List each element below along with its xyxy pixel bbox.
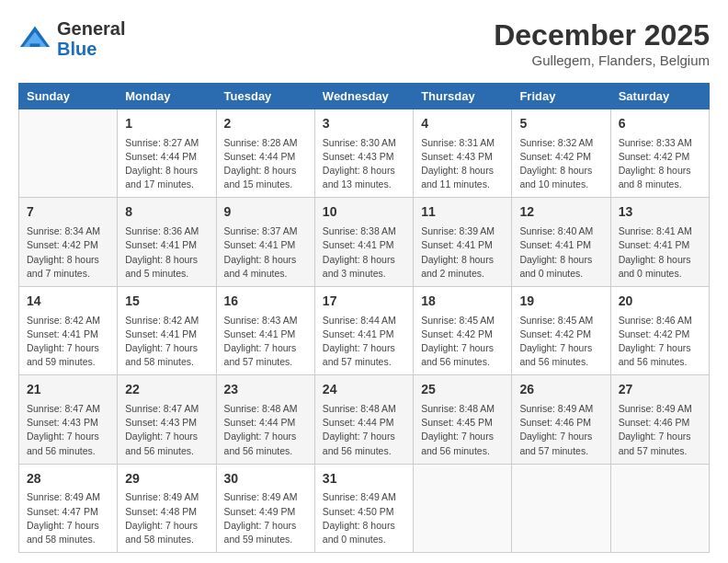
day-of-week-header: Sunday [19, 84, 118, 109]
day-number: 1 [125, 115, 208, 133]
day-info: Sunrise: 8:40 AMSunset: 4:41 PMDaylight:… [519, 224, 602, 281]
day-info: Sunrise: 8:33 AMSunset: 4:42 PMDaylight:… [619, 136, 701, 192]
day-info: Sunrise: 8:43 AMSunset: 4:41 PMDaylight:… [224, 314, 307, 370]
calendar-week-row: 14Sunrise: 8:42 AMSunset: 4:41 PMDayligh… [19, 286, 710, 374]
calendar-day-cell: 16Sunrise: 8:43 AMSunset: 4:41 PMDayligh… [216, 286, 314, 374]
day-info: Sunrise: 8:49 AMSunset: 4:49 PMDaylight:… [224, 490, 307, 546]
logo-icon [18, 22, 51, 55]
day-number: 22 [125, 381, 208, 399]
day-info: Sunrise: 8:49 AMSunset: 4:50 PMDaylight:… [323, 490, 405, 546]
calendar-table: SundayMondayTuesdayWednesdayThursdayFrid… [18, 83, 710, 553]
day-info: Sunrise: 8:46 AMSunset: 4:42 PMDaylight:… [619, 314, 701, 370]
day-info: Sunrise: 8:39 AMSunset: 4:41 PMDaylight:… [421, 224, 504, 281]
calendar-day-cell [610, 464, 709, 552]
day-number: 19 [519, 293, 602, 311]
day-number: 20 [619, 293, 701, 311]
day-number: 6 [619, 115, 701, 133]
day-info: Sunrise: 8:45 AMSunset: 4:42 PMDaylight:… [519, 314, 602, 370]
day-number: 2 [224, 115, 307, 133]
calendar-day-cell: 1Sunrise: 8:27 AMSunset: 4:44 PMDaylight… [118, 109, 216, 198]
day-number: 8 [125, 203, 208, 222]
location: Gullegem, Flanders, Belgium [494, 52, 710, 68]
calendar-day-cell: 3Sunrise: 8:30 AMSunset: 4:43 PMDaylight… [314, 109, 413, 198]
day-info: Sunrise: 8:48 AMSunset: 4:44 PMDaylight:… [323, 402, 405, 458]
day-info: Sunrise: 8:42 AMSunset: 4:41 PMDaylight:… [125, 314, 208, 370]
calendar-day-cell: 23Sunrise: 8:48 AMSunset: 4:44 PMDayligh… [216, 375, 314, 464]
calendar-week-row: 28Sunrise: 8:49 AMSunset: 4:47 PMDayligh… [19, 464, 710, 552]
calendar-day-cell: 25Sunrise: 8:48 AMSunset: 4:45 PMDayligh… [414, 375, 512, 464]
day-of-week-header: Monday [118, 84, 216, 109]
calendar-day-cell [19, 109, 118, 198]
calendar-week-row: 21Sunrise: 8:47 AMSunset: 4:43 PMDayligh… [19, 375, 710, 464]
calendar-day-cell: 21Sunrise: 8:47 AMSunset: 4:43 PMDayligh… [19, 375, 118, 464]
day-info: Sunrise: 8:37 AMSunset: 4:41 PMDaylight:… [224, 224, 307, 281]
calendar-body: 1Sunrise: 8:27 AMSunset: 4:44 PMDaylight… [19, 109, 710, 553]
day-info: Sunrise: 8:41 AMSunset: 4:41 PMDaylight:… [619, 224, 701, 281]
day-info: Sunrise: 8:36 AMSunset: 4:41 PMDaylight:… [125, 224, 208, 281]
day-info: Sunrise: 8:38 AMSunset: 4:41 PMDaylight:… [323, 224, 405, 281]
day-number: 18 [421, 293, 504, 311]
calendar-header: SundayMondayTuesdayWednesdayThursdayFrid… [19, 84, 710, 109]
day-info: Sunrise: 8:27 AMSunset: 4:44 PMDaylight:… [125, 136, 208, 192]
day-number: 31 [323, 470, 405, 488]
day-number: 12 [519, 203, 602, 222]
logo-general: General [57, 18, 125, 39]
day-info: Sunrise: 8:44 AMSunset: 4:41 PMDaylight:… [323, 314, 405, 370]
calendar-day-cell: 12Sunrise: 8:40 AMSunset: 4:41 PMDayligh… [512, 198, 610, 286]
calendar-day-cell: 15Sunrise: 8:42 AMSunset: 4:41 PMDayligh… [118, 286, 216, 374]
day-of-week-header: Tuesday [216, 84, 314, 109]
day-info: Sunrise: 8:49 AMSunset: 4:46 PMDaylight:… [519, 402, 602, 458]
day-number: 29 [125, 470, 208, 488]
day-info: Sunrise: 8:47 AMSunset: 4:43 PMDaylight:… [27, 402, 109, 458]
day-info: Sunrise: 8:45 AMSunset: 4:42 PMDaylight:… [421, 314, 504, 370]
calendar-day-cell: 11Sunrise: 8:39 AMSunset: 4:41 PMDayligh… [414, 198, 512, 286]
calendar-day-cell: 13Sunrise: 8:41 AMSunset: 4:41 PMDayligh… [610, 198, 709, 286]
svg-rect-2 [30, 43, 40, 47]
calendar-day-cell: 18Sunrise: 8:45 AMSunset: 4:42 PMDayligh… [414, 286, 512, 374]
day-info: Sunrise: 8:30 AMSunset: 4:43 PMDaylight:… [323, 136, 405, 192]
day-number: 26 [519, 381, 602, 399]
day-number: 13 [619, 203, 701, 222]
calendar-day-cell: 26Sunrise: 8:49 AMSunset: 4:46 PMDayligh… [512, 375, 610, 464]
day-number: 24 [323, 381, 405, 399]
calendar-day-cell: 4Sunrise: 8:31 AMSunset: 4:43 PMDaylight… [414, 109, 512, 198]
calendar-day-cell: 10Sunrise: 8:38 AMSunset: 4:41 PMDayligh… [314, 198, 413, 286]
day-number: 23 [224, 381, 307, 399]
day-of-week-header: Thursday [414, 84, 512, 109]
day-number: 11 [421, 203, 504, 222]
day-number: 9 [224, 203, 307, 222]
day-number: 3 [323, 115, 405, 133]
day-info: Sunrise: 8:31 AMSunset: 4:43 PMDaylight:… [421, 136, 504, 192]
calendar-day-cell: 27Sunrise: 8:49 AMSunset: 4:46 PMDayligh… [610, 375, 709, 464]
day-info: Sunrise: 8:47 AMSunset: 4:43 PMDaylight:… [125, 402, 208, 458]
day-of-week-header: Saturday [610, 84, 709, 109]
calendar-day-cell: 20Sunrise: 8:46 AMSunset: 4:42 PMDayligh… [610, 286, 709, 374]
calendar-day-cell: 24Sunrise: 8:48 AMSunset: 4:44 PMDayligh… [314, 375, 413, 464]
header-row: SundayMondayTuesdayWednesdayThursdayFrid… [19, 84, 710, 109]
calendar-day-cell: 7Sunrise: 8:34 AMSunset: 4:42 PMDaylight… [19, 198, 118, 286]
day-info: Sunrise: 8:28 AMSunset: 4:44 PMDaylight:… [224, 136, 307, 192]
day-number: 27 [619, 381, 701, 399]
day-of-week-header: Wednesday [314, 84, 413, 109]
day-number: 14 [27, 293, 109, 311]
day-number: 25 [421, 381, 504, 399]
calendar-day-cell: 9Sunrise: 8:37 AMSunset: 4:41 PMDaylight… [216, 198, 314, 286]
day-info: Sunrise: 8:42 AMSunset: 4:41 PMDaylight:… [27, 314, 109, 370]
calendar-day-cell: 8Sunrise: 8:36 AMSunset: 4:41 PMDaylight… [118, 198, 216, 286]
day-info: Sunrise: 8:49 AMSunset: 4:48 PMDaylight:… [125, 490, 208, 546]
calendar-day-cell: 30Sunrise: 8:49 AMSunset: 4:49 PMDayligh… [216, 464, 314, 552]
title-block: December 2025 Gullegem, Flanders, Belgiu… [494, 18, 710, 68]
calendar-week-row: 7Sunrise: 8:34 AMSunset: 4:42 PMDaylight… [19, 198, 710, 286]
calendar-day-cell [414, 464, 512, 552]
day-number: 30 [224, 470, 307, 488]
page-header: General Blue December 2025 Gullegem, Fla… [18, 18, 710, 68]
day-info: Sunrise: 8:32 AMSunset: 4:42 PMDaylight:… [519, 136, 602, 192]
day-of-week-header: Friday [512, 84, 610, 109]
logo-text: General Blue [57, 18, 125, 59]
calendar-day-cell: 19Sunrise: 8:45 AMSunset: 4:42 PMDayligh… [512, 286, 610, 374]
calendar-day-cell: 5Sunrise: 8:32 AMSunset: 4:42 PMDaylight… [512, 109, 610, 198]
calendar-day-cell: 2Sunrise: 8:28 AMSunset: 4:44 PMDaylight… [216, 109, 314, 198]
day-info: Sunrise: 8:48 AMSunset: 4:44 PMDaylight:… [224, 402, 307, 458]
day-number: 4 [421, 115, 504, 133]
day-number: 10 [323, 203, 405, 222]
